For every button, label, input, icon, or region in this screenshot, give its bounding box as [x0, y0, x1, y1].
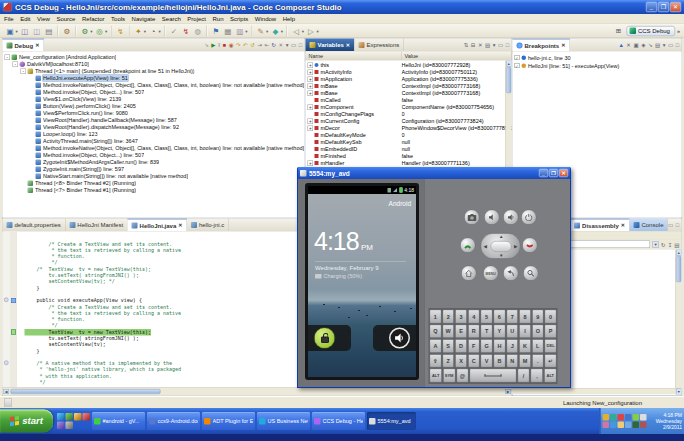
key-7[interactable]: 7: [506, 310, 518, 324]
debug-tree-row[interactable]: ZygoteInit$MethodAndArgsCaller.run() lin…: [5, 159, 305, 166]
variable-row[interactable]: mDefaultKeySsb null: [306, 139, 512, 146]
variable-row[interactable]: +mBase ContextImpl (id=830007773168): [306, 90, 512, 97]
start-button[interactable]: start: [0, 410, 53, 433]
menu-item[interactable]: Scripts: [230, 15, 248, 22]
debug-toolbar-icon[interactable]: ■: [223, 40, 226, 50]
key-i[interactable]: I: [519, 324, 531, 338]
menu-item[interactable]: Run: [213, 15, 224, 22]
menu-item[interactable]: File: [4, 15, 14, 22]
key-,[interactable]: ,: [531, 369, 543, 383]
dropdown-arrow-icon[interactable]: ▾: [105, 28, 107, 33]
key-v[interactable]: V: [481, 354, 493, 368]
debug-toolbar-icon[interactable]: ▾: [286, 40, 289, 50]
quick-media-icon[interactable]: [74, 413, 82, 421]
key-t[interactable]: T: [481, 324, 493, 338]
variable-row[interactable]: +mDecor PhoneWindow$DecorView (id=830007…: [306, 125, 512, 132]
key-l[interactable]: L: [532, 339, 544, 353]
key-alt[interactable]: ALT: [544, 369, 556, 383]
toolbar-icon[interactable]: ▣: [5, 25, 16, 36]
debug-tree-row[interactable]: Method.invoke(Object, Object...) line: 5…: [5, 152, 305, 159]
tab-expressions[interactable]: Expressions: [355, 39, 404, 52]
taskbar-task[interactable]: ADT Plugin for Eclipse...: [202, 412, 255, 430]
debug-tree-row[interactable]: Method.invokeNative(Object, Object[], Cl…: [5, 145, 305, 152]
debug-tree-row[interactable]: Thread [<8> Binder Thread #2] (Running): [5, 180, 305, 187]
key-h[interactable]: H: [493, 339, 505, 353]
menu-item[interactable]: Edit: [20, 15, 30, 22]
emulator-close-button[interactable]: ✕: [559, 169, 568, 177]
debug-toolbar-icon[interactable]: ⇥: [257, 40, 262, 50]
quick-ie-icon[interactable]: [57, 413, 65, 421]
variable-row[interactable]: mFinished false: [306, 153, 512, 160]
phone-screen[interactable]: 4:18 Android 4:18 PM Wednesday, February…: [308, 186, 416, 377]
editor-tab[interactable]: HelloJni.java✕: [128, 219, 187, 232]
emulator-minimize-button[interactable]: _: [539, 169, 548, 177]
toolbar-icon[interactable]: ⚑: [210, 25, 221, 36]
camera-button[interactable]: [464, 210, 480, 226]
taskbar-task[interactable]: #android - gV...: [92, 412, 145, 430]
sound-slider[interactable]: [373, 325, 416, 351]
unlock-slider[interactable]: [308, 325, 351, 351]
column-name[interactable]: Name: [306, 52, 402, 61]
key-space[interactable]: [470, 369, 517, 383]
toolbar-icon[interactable]: ◆: [270, 25, 281, 36]
toolbar-icon[interactable]: ◍: [192, 25, 203, 36]
key-2[interactable]: 2: [442, 310, 454, 324]
perspective-more[interactable]: »: [677, 28, 680, 34]
fold-marker-1[interactable]: [4, 298, 9, 303]
variable-row[interactable]: mDefaultKeyMode 0: [306, 132, 512, 139]
variable-row[interactable]: mConfigChangePlags 0: [306, 111, 512, 118]
toolbar-icon[interactable]: ▦: [222, 25, 233, 36]
key-z[interactable]: Z: [442, 354, 454, 368]
editor-tab[interactable]: default.properties✕: [3, 219, 66, 232]
key-q[interactable]: Q: [430, 324, 442, 338]
home-button[interactable]: [461, 266, 477, 282]
tab-console[interactable]: Console: [629, 219, 668, 232]
debug-tree-row[interactable]: - DalvikVM[localhost:8710]: [5, 61, 305, 68]
tray-clock[interactable]: 4:18 PM Wednesday 2/9/2011: [652, 412, 683, 430]
debug-toolbar-icon[interactable]: □: [299, 40, 302, 50]
debug-toolbar-icon[interactable]: ◉: [229, 40, 234, 50]
toolbar-icon[interactable]: ◫: [31, 25, 42, 36]
menu-item[interactable]: Refactor: [82, 15, 105, 22]
key-0[interactable]: 0: [545, 310, 557, 324]
debug-tree-row[interactable]: - New_configuration [Android Application…: [5, 54, 305, 61]
column-value[interactable]: Value: [402, 52, 512, 61]
menu-item[interactable]: Project: [187, 15, 206, 22]
volume-down-button[interactable]: [484, 210, 500, 226]
taskbar-task[interactable]: US Business News - L...: [257, 412, 310, 430]
menu-item[interactable]: View: [37, 15, 50, 22]
key-e[interactable]: E: [455, 324, 467, 338]
toolbar-icon[interactable]: ◁: [291, 25, 302, 36]
key-o[interactable]: O: [532, 324, 544, 338]
window-titlebar[interactable]: CCS Debug - HelloJni/src/com/example/hel…: [0, 0, 684, 14]
debug-tree-row[interactable]: HelloJni.executeApp(View) line: 51: [5, 75, 305, 82]
lock-view-icon[interactable]: ▤: [674, 239, 679, 249]
key-.[interactable]: .: [532, 354, 544, 368]
key-f[interactable]: F: [468, 339, 480, 353]
debug-tree-row[interactable]: NativeStart.main(String[]) line: not ava…: [5, 173, 305, 180]
tab-disassembly[interactable]: Disassembly✕: [570, 219, 629, 232]
key-n[interactable]: N: [506, 354, 518, 368]
key-x[interactable]: X: [455, 354, 467, 368]
end-call-button[interactable]: [522, 238, 538, 254]
power-button[interactable]: [521, 210, 537, 226]
tab-debug[interactable]: Debug✕: [3, 39, 44, 52]
minimize-button[interactable]: _: [646, 2, 657, 12]
toolbar-icon[interactable]: ↯: [180, 25, 191, 36]
variable-row[interactable]: mEmbeddedID null: [306, 146, 512, 153]
menu-item[interactable]: Tools: [111, 15, 125, 22]
key-8[interactable]: 8: [519, 310, 531, 324]
key-g[interactable]: G: [481, 339, 493, 353]
disassembly-scrollbar[interactable]: ▲▼: [676, 250, 682, 395]
toolbar-icon[interactable]: ↯: [115, 25, 126, 36]
key-p[interactable]: P: [545, 324, 557, 338]
quick-app2-icon[interactable]: [57, 422, 65, 430]
toolbar-icon[interactable]: ▤: [43, 25, 54, 36]
back-button[interactable]: [503, 266, 519, 282]
debug-tree-row[interactable]: ZygoteInit.main(String[]) line: 597: [5, 166, 305, 173]
dropdown-arrow-icon[interactable]: ▾: [159, 28, 161, 33]
dpad-up[interactable]: ▲: [499, 234, 503, 239]
menu-item[interactable]: Search: [162, 15, 181, 22]
dropdown-arrow-icon[interactable]: ▾: [144, 28, 146, 33]
dropdown-arrow-icon[interactable]: ▾: [266, 28, 268, 33]
